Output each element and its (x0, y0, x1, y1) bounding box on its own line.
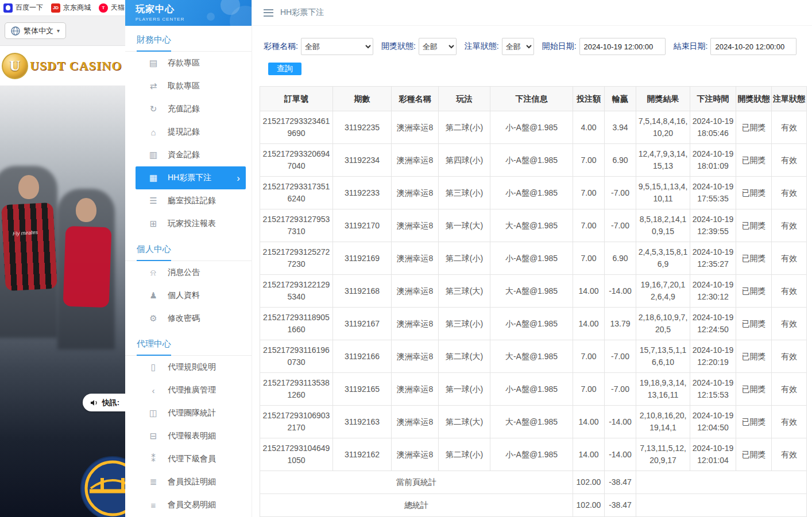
bet-row: 215217293113538126031192165澳洲幸运8第一球(小)小-… (260, 373, 807, 406)
cell-lottery: 澳洲幸运8 (392, 275, 439, 308)
column-header: 彩種名稱 (392, 87, 439, 111)
bet-row: 215217293104649105031192162澳洲幸运8第二球(小)小-… (260, 438, 807, 471)
bookmark-label: 天猫 (111, 3, 125, 13)
sidebar-item-change-password[interactable]: ⚙修改密碼 (136, 307, 246, 330)
cell-play: 第三球(大) (439, 275, 490, 308)
bookmark-jd[interactable]: JD 京东商城 (51, 3, 91, 13)
stat-row: 當前頁統計102.00-38.47 (260, 471, 807, 494)
sidebar-subtitle: PLAYERS CENTER (136, 17, 252, 22)
sidebar-item-player-bet-report[interactable]: ⊞玩家投注報表 (136, 212, 246, 235)
order-status-select[interactable]: 全部 (502, 38, 534, 55)
main-topbar: HH彩票下注 (252, 0, 812, 26)
draw-status-select[interactable]: 全部 (419, 38, 457, 55)
cell-result: 7,5,14,8,4,16,10,20 (636, 111, 690, 144)
cell-order: 2152172933173516240 (260, 177, 333, 209)
sidebar-item-label: 消息公告 (168, 267, 200, 278)
background-page: 百度一下 JD 京东商城 T 天猫 繁体中文 ▾ (0, 0, 125, 517)
cell-order_status: 有效 (772, 406, 807, 438)
cell-amount: 7.00 (573, 144, 605, 177)
sidebar-item-announcements[interactable]: ⍾消息公告 (136, 261, 246, 284)
cell-time: 2024-10-19 12:20:19 (690, 340, 736, 373)
sidebar-item-label: 存款專區 (168, 58, 200, 68)
language-button[interactable]: 繁体中文 ▾ (5, 22, 66, 39)
end-date-input[interactable] (710, 38, 796, 55)
bet-row: 215217293106903217031192163澳洲幸运8第二球(大)大-… (260, 406, 807, 438)
cell-result: 19,16,7,20,12,6,4,9 (636, 275, 690, 308)
sidebar-item-cashout-records[interactable]: ⌂提現記錄 (136, 120, 246, 143)
cell-result: 19,18,9,3,14,13,16,11 (636, 373, 690, 406)
caret-down-icon: ▾ (57, 28, 60, 34)
sidebar-title: 玩家中心 (136, 3, 252, 15)
sidebar-item-withdraw[interactable]: ⇄取款專區 (136, 75, 246, 98)
cell-draw_status: 已開獎 (736, 406, 772, 438)
start-date-input[interactable] (579, 38, 666, 55)
speaker-icon (90, 398, 99, 407)
cell-order: 2152172931221295340 (260, 275, 333, 308)
sidebar-item-label: 充值記錄 (168, 104, 200, 114)
cell-play: 第一球(小) (439, 373, 490, 406)
sidebar-menu: 財務中心▤存款專區⇄取款專區↻充值記錄⌂提現記錄▥資金記錄▦HH彩票下注›☰廳室… (125, 26, 252, 517)
cell-lottery: 澳洲幸运8 (392, 144, 439, 177)
sidebar-item-recharge-records[interactable]: ↻充值記錄 (136, 98, 246, 120)
cell-lottery: 澳洲幸运8 (392, 340, 439, 373)
sidebar-item-agent-team-stats[interactable]: ◫代理團隊統計 (136, 402, 246, 425)
cell-draw_status: 已開獎 (736, 242, 772, 275)
cell-draw_status: 已開獎 (736, 111, 772, 144)
cell-time: 2024-10-19 17:55:35 (690, 177, 736, 209)
bookmark-tmall[interactable]: T 天猫 (99, 3, 125, 13)
sidebar-item-agent-report-detail[interactable]: ⊟代理報表明細 (136, 425, 246, 448)
bookmark-baidu[interactable]: 百度一下 (3, 3, 43, 13)
sidebar-item-member-bet-detail[interactable]: ≣會員投註明細 (136, 471, 246, 493)
sidebar-section-title: 個人中心 (125, 235, 252, 261)
cell-order_status: 有效 (772, 340, 807, 373)
lottery-select[interactable]: 全部 (301, 38, 373, 55)
cell-play: 第二球(小) (439, 438, 490, 471)
cell-result: 8,5,18,2,14,10,9,15 (636, 209, 690, 242)
menu-icon[interactable] (264, 9, 273, 17)
order-status-filter-label: 注單狀態: (465, 41, 499, 52)
sidebar-item-hh-lottery-bets[interactable]: ▦HH彩票下注› (136, 166, 246, 189)
cell-info: 小-A盤@1.985 (490, 438, 573, 471)
stat-amount: 102.00 (573, 494, 605, 517)
bridge-logo-icon (79, 455, 125, 517)
site-logo[interactable]: U USDT CASINO (0, 46, 125, 86)
cell-winloss: -7.00 (605, 373, 636, 406)
search-button[interactable]: 查詢 (268, 63, 301, 75)
cell-winloss: -7.00 (605, 340, 636, 373)
sidebar-item-profile[interactable]: ♟個人資料 (136, 284, 246, 307)
table-header-row: 訂單號期數彩種名稱玩法下注信息投注額輸贏開獎結果下注時間開獎狀態注單狀態 (260, 87, 807, 111)
bet-row: 215217293320694704031192234澳洲幸运8第四球(小)小-… (260, 144, 807, 177)
player-head (76, 198, 96, 222)
cell-result: 15,7,13,5,1,16,6,10 (636, 340, 690, 373)
language-label: 繁体中文 (24, 26, 53, 36)
cell-time: 2024-10-19 12:24:50 (690, 308, 736, 340)
sidebar-item-agent-promotion[interactable]: ‹代理推廣管理 (136, 379, 246, 402)
cell-draw_status: 已開獎 (736, 308, 772, 340)
column-header: 開獎結果 (636, 87, 690, 111)
sidebar-item-member-transactions[interactable]: ≡會員交易明細 (136, 493, 246, 516)
filter-bar: 彩種名稱: 全部 開獎狀態: 全部 注單狀態: 全部 開始日期: 結束日期: (264, 38, 806, 55)
cell-order: 2152172931252727230 (260, 242, 333, 275)
report-icon: ⊟ (148, 431, 158, 441)
column-header: 期數 (333, 87, 392, 111)
sidebar-item-agent-rules[interactable]: ▯代理規則說明 (136, 356, 246, 379)
sidebar-item-room-bet-records[interactable]: ☰廳室投註記錄 (136, 189, 246, 212)
sidebar-item-agent-downline[interactable]: ⁑代理下級會員 (136, 448, 246, 471)
column-header: 訂單號 (260, 87, 333, 111)
sidebar-item-label: 代理規則說明 (168, 362, 216, 372)
baidu-icon (3, 3, 13, 13)
cell-play: 第二球(大) (439, 406, 490, 438)
cell-result: 9,5,15,1,13,4,10,11 (636, 177, 690, 209)
main-content: HH彩票下注 彩種名稱: 全部 開獎狀態: 全部 注單狀態: 全部 開始日期: … (252, 0, 812, 517)
room-bet-records-icon: ☰ (148, 196, 158, 206)
sidebar-item-label: 資金記錄 (168, 150, 200, 160)
news-ticker[interactable]: 快訊: (83, 394, 125, 411)
cell-order: 2152172931189051660 (260, 308, 333, 340)
sidebar-section-title: 代理中心 (125, 330, 252, 356)
sidebar-item-deposit[interactable]: ▤存款專區 (136, 52, 246, 75)
sidebar-item-fund-records[interactable]: ▥資金記錄 (136, 143, 246, 166)
stat-label: 總統計 (260, 494, 573, 517)
cell-amount: 7.00 (573, 209, 605, 242)
cell-order_status: 有效 (772, 438, 807, 471)
cell-draw_status: 已開獎 (736, 275, 772, 308)
